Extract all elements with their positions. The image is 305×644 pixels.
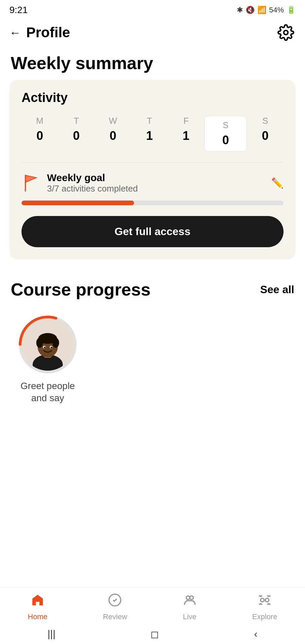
full-access-button[interactable]: Get full access: [21, 216, 284, 247]
day-col-f: F 1: [168, 116, 204, 143]
progress-bar-fill: [21, 201, 134, 205]
day-value-m: 0: [36, 129, 43, 143]
day-label-w: W: [109, 116, 117, 126]
day-col-t1: T 0: [58, 116, 95, 143]
flag-icon: [21, 174, 40, 193]
svg-point-16: [190, 596, 193, 600]
nav-label-live: Live: [183, 612, 196, 621]
weekly-summary-title: Weekly summary: [0, 46, 305, 80]
weekly-goal-row: Weekly goal 3/7 activities completed ✏️: [21, 172, 284, 194]
android-back-button[interactable]: ‹: [254, 628, 257, 640]
status-time: 9:21: [9, 5, 28, 15]
goal-sub: 3/7 activities completed: [47, 183, 138, 194]
live-icon: [183, 593, 197, 610]
weekly-goal-text: Weekly goal 3/7 activities completed: [47, 172, 138, 194]
activity-title: Activity: [21, 91, 284, 105]
day-label-t2: T: [147, 116, 152, 126]
svg-point-18: [265, 598, 269, 602]
see-all-link[interactable]: See all: [260, 283, 294, 296]
nav-item-home[interactable]: Home: [28, 593, 48, 621]
wifi-icon: 📶: [257, 6, 266, 14]
nav-label-explore: Explore: [252, 612, 277, 621]
day-col-w: W 0: [95, 116, 131, 143]
settings-icon[interactable]: [277, 24, 294, 41]
android-home-button[interactable]: ◻: [150, 628, 159, 640]
svg-point-17: [261, 598, 264, 602]
day-value-s2: 0: [262, 129, 269, 143]
course-progress-header: Course progress See all: [0, 259, 305, 306]
day-value-f: 1: [183, 129, 189, 143]
nav-label-home: Home: [28, 612, 48, 621]
course-cards-row: Greet peopleand say: [0, 306, 305, 411]
day-value-w: 0: [110, 129, 116, 143]
divider: [21, 162, 284, 163]
nav-item-explore[interactable]: Explore: [252, 593, 277, 621]
course-progress-title: Course progress: [11, 279, 150, 300]
day-label-f: F: [183, 116, 189, 126]
edit-icon[interactable]: ✏️: [271, 177, 284, 189]
course-card-1[interactable]: Greet peopleand say: [11, 314, 85, 405]
android-menu-button[interactable]: |||: [48, 628, 55, 640]
home-icon: [31, 593, 45, 610]
day-col-m: M 0: [21, 116, 58, 143]
days-row: M 0 T 0 W 0 T 1 F 1 S 0 S 0: [21, 116, 284, 152]
battery-text: 54%: [269, 6, 284, 14]
android-bar: ||| ◻ ‹: [0, 624, 305, 644]
day-col-t2: T 1: [131, 116, 168, 143]
explore-icon: [258, 593, 272, 610]
progress-bar: [21, 201, 284, 205]
weekly-goal-left: Weekly goal 3/7 activities completed: [21, 172, 138, 194]
back-button[interactable]: ←: [9, 26, 21, 39]
status-icons: ✱ 🔇 📶 54% 🔋: [237, 6, 296, 14]
day-label-t1: T: [74, 116, 79, 126]
page-title: Profile: [26, 24, 70, 41]
goal-label: Weekly goal: [47, 172, 138, 183]
day-label-s2: S: [262, 116, 268, 126]
status-bar: 9:21 ✱ 🔇 📶 54% 🔋: [0, 0, 305, 19]
day-col-s1[interactable]: S 0: [204, 116, 247, 152]
review-icon: [108, 593, 122, 610]
bottom-nav: Home Review Live Explore: [0, 587, 305, 624]
progress-ring: [17, 314, 78, 375]
day-value-t2: 1: [146, 129, 153, 143]
nav-label-review: Review: [103, 612, 127, 621]
activity-card: Activity M 0 T 0 W 0 T 1 F 1 S 0: [9, 80, 296, 259]
bluetooth-icon: ✱: [237, 6, 243, 14]
day-label-m: M: [36, 116, 44, 126]
day-label-s1: S: [223, 120, 228, 130]
top-nav: ← Profile: [0, 19, 305, 46]
course-card-label: Greet peopleand say: [20, 380, 75, 405]
day-col-s2: S 0: [247, 116, 284, 143]
course-avatar-wrapper: [17, 314, 78, 375]
nav-left: ← Profile: [9, 24, 70, 41]
day-value-t1: 0: [73, 129, 80, 143]
nav-item-live[interactable]: Live: [183, 593, 197, 621]
day-value-s1: 0: [222, 133, 229, 147]
svg-point-0: [284, 31, 288, 35]
battery-icon: 🔋: [287, 6, 296, 14]
mute-icon: 🔇: [246, 6, 255, 14]
nav-item-review[interactable]: Review: [103, 593, 127, 621]
